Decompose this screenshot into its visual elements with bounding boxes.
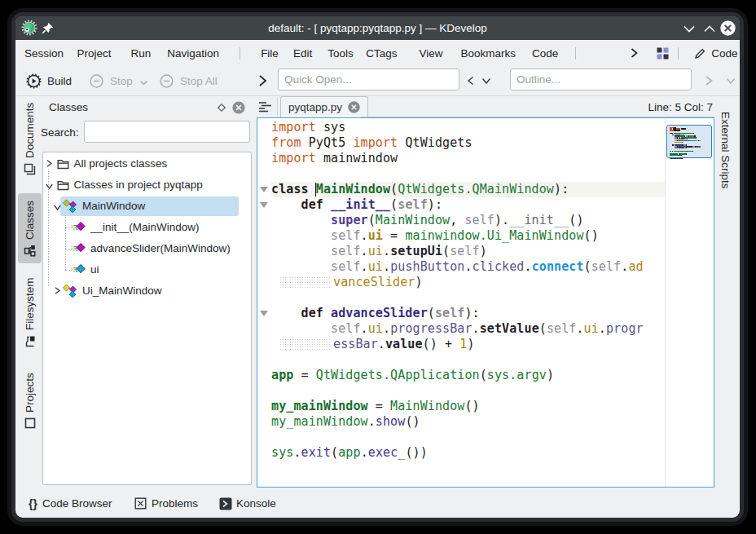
code-token: () <box>569 213 583 227</box>
tree-collapsed-chevron-icon[interactable] <box>53 286 61 295</box>
next-context-chevron-icon[interactable] <box>481 76 491 86</box>
editor-minimap[interactable] <box>665 118 714 487</box>
toolbar-overflow-chevron-icon[interactable] <box>257 74 268 87</box>
tree-collapsed-chevron-icon[interactable] <box>45 159 53 168</box>
code-token: class <box>271 182 316 196</box>
fold-marker-icon[interactable] <box>260 202 268 208</box>
minimap-line-segment <box>672 144 674 145</box>
code-line: vanceSlider) <box>271 275 423 290</box>
code-token: . <box>361 228 368 243</box>
tab-external-scripts[interactable]: External Scripts <box>714 106 737 228</box>
menu-item-tools[interactable]: Tools <box>327 45 354 62</box>
code-token: MainWindow <box>376 213 450 227</box>
code-token: ): <box>464 306 479 320</box>
problems-icon <box>134 497 147 510</box>
statusbar: {} Code Browser Problems Konsole <box>15 489 740 518</box>
code-token: clicked <box>472 259 525 274</box>
quick-open-input[interactable] <box>278 68 459 90</box>
code-token: . <box>378 337 385 351</box>
menu-item-run[interactable]: Run <box>131 45 152 62</box>
close-icon[interactable] <box>720 20 736 36</box>
code-token: ui <box>368 321 383 336</box>
fold-marker-icon[interactable] <box>260 311 268 316</box>
sidebar-tab-documents[interactable]: Documents <box>18 103 42 182</box>
document-switcher-icon[interactable] <box>258 101 272 113</box>
field-icon <box>71 264 86 276</box>
menu-item-view[interactable]: View <box>419 45 442 62</box>
minimap-line-segment <box>670 130 674 130</box>
menu-item-ctags[interactable]: CTags <box>366 45 397 62</box>
menu-item-code[interactable]: Code <box>532 45 558 62</box>
stop-all-icon <box>159 73 174 89</box>
code-token: exec_ <box>368 445 406 460</box>
code-token: . <box>361 321 368 336</box>
tree-item[interactable]: __init__(MainWindow) <box>43 217 251 238</box>
fold-marker-icon[interactable] <box>260 187 268 192</box>
code-browser-button[interactable]: {} Code Browser <box>29 489 112 518</box>
build-button[interactable]: Build <box>26 70 72 91</box>
toolbar: Build Stop Stop All <box>15 66 740 95</box>
titlebar[interactable]: default: - [ pyqtapp:pyqtapp.py ] — KDev… <box>15 16 740 40</box>
menu-item-session[interactable]: Session <box>24 45 64 62</box>
classes-tree[interactable]: All projects classes Classes in project … <box>42 152 252 485</box>
tree-item[interactable]: Ui_MainWindow <box>43 280 251 302</box>
dock-close-icon[interactable] <box>232 101 245 114</box>
code-editor[interactable]: import sysfrom PyQt5 import QtWidgetsimp… <box>257 117 714 488</box>
code-token: ()) <box>405 445 427 460</box>
menu-item-bookmarks[interactable]: Bookmarks <box>460 45 516 62</box>
tab-close-icon[interactable] <box>348 101 360 113</box>
konsole-button[interactable]: Konsole <box>219 489 276 518</box>
code-token: . <box>361 244 368 258</box>
stop-button[interactable]: Stop <box>89 70 148 91</box>
float-icon[interactable] <box>217 103 226 113</box>
minimap-line-segment <box>681 128 687 129</box>
class2-icon <box>63 284 77 298</box>
menu-item-file[interactable]: File <box>261 45 279 62</box>
sidebar-tab-filesystem[interactable]: Filesystem <box>18 275 42 354</box>
code-token: ): <box>554 182 569 196</box>
minimize-icon[interactable] <box>683 22 696 35</box>
code-token: __init__ <box>509 213 569 227</box>
classes-icon <box>24 245 36 257</box>
code-line: my_mainWindow = MainWindow() <box>271 399 480 414</box>
menubar-overflow-chevron-icon[interactable] <box>630 47 639 59</box>
menu-item-navigation[interactable]: Navigation <box>167 45 219 62</box>
stop-all-button[interactable]: Stop All <box>159 70 218 91</box>
code-line: import mainwindow <box>271 151 398 166</box>
code-line: app = QtWidgets.QApplication(sys.argv) <box>271 368 554 383</box>
code-menu-button[interactable]: Code <box>694 45 737 62</box>
problems-label: Problems <box>152 497 198 510</box>
tree-expanded-chevron-icon[interactable] <box>45 182 54 190</box>
code-token: QtWidgets.QMainWindow <box>398 182 554 196</box>
tree-item[interactable]: MainWindow <box>43 196 251 217</box>
code-line: my_mainWindow.show() <box>271 414 420 430</box>
konsole-label: Konsole <box>236 497 276 510</box>
line-wrap-marker <box>279 338 330 350</box>
tab-pyqtapp[interactable]: pyqtapp.py <box>280 96 368 117</box>
outline-input[interactable] <box>510 68 692 90</box>
perspective-grid-icon[interactable] <box>656 46 670 60</box>
sidebar-tab-classes[interactable]: Classes <box>18 193 42 263</box>
code-token <box>271 244 331 258</box>
minimap-line-segment <box>674 151 688 152</box>
tree-item[interactable]: ui <box>43 259 251 280</box>
prev-context-chevron-icon[interactable] <box>466 76 476 86</box>
maximize-icon[interactable] <box>703 22 716 35</box>
editor-gutter[interactable] <box>257 118 271 487</box>
code-token: sys <box>316 120 346 135</box>
tree-item[interactable]: All projects classes <box>43 153 251 174</box>
line-wrap-marker <box>279 276 330 288</box>
menu-item-edit[interactable]: Edit <box>293 45 312 62</box>
code-token: ( <box>442 244 450 258</box>
code-token: ) <box>480 244 487 258</box>
code-token: mainwindow.Ui_MainWindow <box>405 228 583 243</box>
stop-icon <box>89 73 104 89</box>
minimap-line-segment <box>686 153 688 154</box>
menu-item-project[interactable]: Project <box>77 45 112 62</box>
search-input[interactable] <box>84 121 250 143</box>
problems-button[interactable]: Problems <box>134 489 198 518</box>
tree-item[interactable]: advanceSlider(MainWindow) <box>43 238 251 259</box>
tree-expanded-chevron-icon[interactable] <box>53 203 62 211</box>
sidebar-tab-projects[interactable]: Projects <box>18 367 42 435</box>
tree-item[interactable]: Classes in project pyqtapp <box>43 174 251 196</box>
